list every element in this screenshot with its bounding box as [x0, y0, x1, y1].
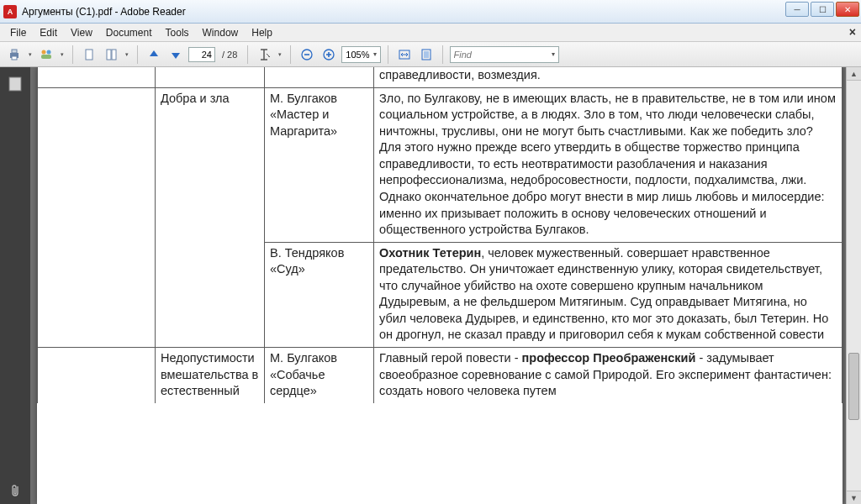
document-table: справедливости, возмездия. Добра и зла М… — [37, 67, 843, 403]
cell-text: Главный герой повести - профессор Преобр… — [374, 348, 843, 403]
separator — [137, 45, 138, 64]
select-tool-dropdown[interactable]: ▾ — [277, 45, 283, 64]
menu-file[interactable]: File — [3, 25, 33, 40]
window-titlebar: A Аргументы (С1).pdf - Adobe Reader ─ ☐ … — [0, 0, 861, 24]
scroll-down-button[interactable]: ▼ — [847, 491, 861, 504]
svg-rect-17 — [9, 77, 21, 91]
separator — [72, 45, 73, 64]
svg-point-4 — [47, 50, 51, 54]
next-page-button[interactable] — [166, 45, 185, 64]
zoom-out-button[interactable] — [298, 45, 316, 64]
page-view-dropdown[interactable]: ▾ — [124, 45, 130, 64]
cell-theme: Недопустимости вмешательства в естествен… — [156, 348, 265, 403]
table-row: справедливости, возмездия. — [38, 67, 843, 87]
cell-theme: Добра и зла — [156, 87, 265, 347]
document-viewport[interactable]: справедливости, возмездия. Добра и зла М… — [30, 67, 861, 504]
cell-text: Охотник Тетерин, человек мужественный. с… — [374, 242, 843, 347]
cell-source: М. Булгаков «Мастер и Маргарита» — [265, 87, 374, 242]
vertical-scrollbar[interactable]: ▲ ▼ — [846, 67, 861, 504]
find-input[interactable] — [454, 50, 548, 60]
cell-text: справедливости, возмездия. — [374, 67, 843, 87]
minimize-button[interactable]: ─ — [785, 2, 809, 17]
fit-page-icon — [420, 48, 433, 61]
plus-icon — [322, 48, 335, 61]
arrow-down-icon — [169, 48, 182, 61]
window-title: Аргументы (С1).pdf - Adobe Reader — [22, 6, 186, 18]
svg-rect-1 — [12, 50, 17, 53]
cell-source: М. Булгаков «Собачье сердце» — [265, 348, 374, 403]
svg-rect-6 — [86, 50, 92, 60]
menu-edit[interactable]: Edit — [33, 25, 64, 40]
printer-icon — [8, 48, 21, 61]
menu-tools[interactable]: Tools — [159, 25, 196, 40]
navigation-pane — [0, 67, 30, 504]
page-total-label: / 28 — [219, 50, 240, 60]
collaborate-button[interactable] — [37, 45, 55, 64]
close-document-button[interactable]: × — [849, 25, 856, 39]
menu-help[interactable]: Help — [245, 25, 279, 40]
zoom-value: 105% — [346, 50, 369, 60]
prev-page-button[interactable] — [145, 45, 163, 64]
thumbnails-tab[interactable] — [7, 76, 24, 92]
minus-icon — [300, 48, 314, 61]
svg-rect-5 — [41, 55, 51, 59]
separator — [442, 45, 443, 64]
scroll-thumb[interactable] — [848, 353, 859, 420]
fit-width-icon — [398, 48, 411, 61]
zoom-select[interactable]: 105% ▾ — [341, 46, 380, 63]
menubar: File Edit View Document Tools Window Hel… — [0, 24, 861, 42]
menu-document[interactable]: Document — [99, 25, 159, 40]
attachments-tab[interactable] — [7, 482, 24, 499]
scroll-up-button[interactable]: ▲ — [847, 67, 861, 81]
text-select-icon — [257, 48, 271, 61]
menu-window[interactable]: Window — [196, 25, 246, 40]
collaborate-dropdown[interactable]: ▾ — [59, 45, 66, 64]
paperclip-icon — [8, 483, 22, 498]
toolbar: ▾ ▾ ▾ / 28 ▾ 105% ▾ ▾ — [0, 42, 861, 67]
continuous-page-button[interactable] — [102, 45, 120, 64]
page-thumb-icon — [8, 76, 22, 92]
table-row: Добра и зла М. Булгаков «Мастер и Маргар… — [38, 87, 843, 242]
page-number-input[interactable] — [188, 47, 215, 62]
select-tool-button[interactable] — [255, 45, 273, 64]
svg-rect-16 — [424, 51, 429, 58]
svg-point-3 — [42, 50, 46, 54]
svg-rect-2 — [12, 56, 17, 60]
arrow-up-icon — [147, 48, 161, 61]
collaborate-icon — [40, 48, 53, 61]
cell-source: В. Тендряков «Суд» — [265, 242, 374, 347]
fit-width-button[interactable] — [395, 45, 414, 64]
app-icon: A — [3, 5, 17, 18]
pdf-page: справедливости, возмездия. Добра и зла М… — [37, 67, 843, 504]
table-row: Недопустимости вмешательства в естествен… — [38, 348, 843, 403]
chevron-down-icon: ▾ — [373, 50, 377, 58]
menu-view[interactable]: View — [64, 25, 99, 40]
print-dropdown[interactable]: ▾ — [27, 45, 34, 64]
page-icon — [82, 48, 96, 61]
fit-page-button[interactable] — [417, 45, 436, 64]
svg-rect-8 — [112, 50, 116, 60]
print-button[interactable] — [5, 45, 24, 64]
svg-rect-7 — [107, 50, 111, 60]
find-box[interactable]: ▾ — [450, 46, 559, 63]
separator — [247, 45, 248, 64]
content-area: справедливости, возмездия. Добра и зла М… — [0, 67, 861, 504]
maximize-button[interactable]: ☐ — [811, 2, 834, 17]
pages-icon — [104, 48, 118, 61]
cell-text: Зло, по Булгакову, не в имеющих власть, … — [374, 87, 843, 242]
close-button[interactable]: ✕ — [836, 2, 859, 17]
single-page-button[interactable] — [80, 45, 98, 64]
separator — [388, 45, 388, 64]
separator — [290, 45, 291, 64]
zoom-in-button[interactable] — [320, 45, 338, 64]
chevron-down-icon[interactable]: ▾ — [552, 50, 555, 58]
